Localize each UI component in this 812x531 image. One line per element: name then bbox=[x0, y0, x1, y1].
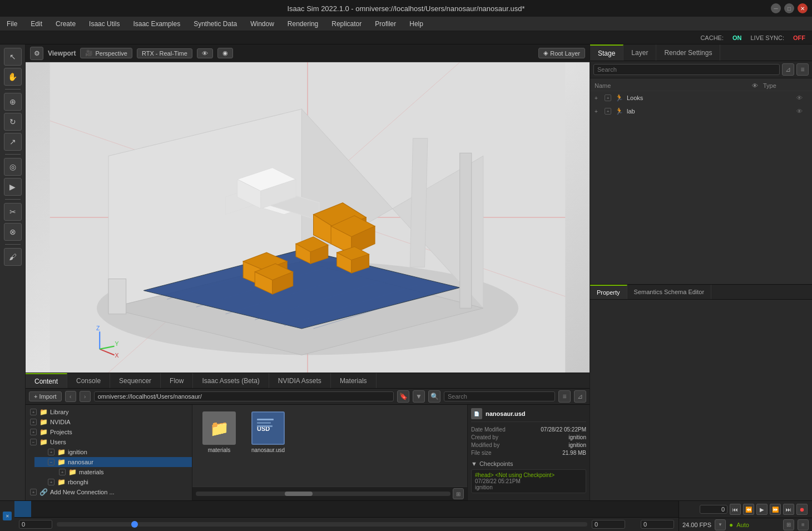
timeline-thumb[interactable] bbox=[131, 521, 138, 528]
file-item-nanosaur-usd[interactable]: USD nanosaur.usd bbox=[246, 409, 290, 455]
menu-isaac-examples[interactable]: Isaac Examples bbox=[131, 19, 182, 29]
expand-users[interactable]: − bbox=[30, 439, 37, 445]
tool-camera[interactable]: ◎ bbox=[4, 158, 22, 176]
grid-view-btn[interactable]: ⊞ bbox=[453, 488, 464, 499]
cb-looks[interactable]: + bbox=[605, 95, 611, 101]
tool-cut[interactable]: ✂ bbox=[4, 203, 22, 221]
nav-forward-btn[interactable]: › bbox=[80, 391, 91, 402]
expand-looks[interactable]: + bbox=[595, 95, 602, 101]
minimize-button[interactable]: ─ bbox=[771, 3, 781, 13]
tool-play[interactable]: ▶ bbox=[4, 178, 22, 196]
nav-back-btn[interactable]: ‹ bbox=[65, 391, 76, 402]
tool-paint[interactable]: 🖌 bbox=[4, 248, 22, 266]
import-button[interactable]: + Import bbox=[29, 391, 62, 401]
viewport-settings-gear[interactable]: ⚙ bbox=[30, 47, 43, 60]
btn-jump-end[interactable]: ⏭ bbox=[783, 504, 794, 515]
tab-layer[interactable]: Layer bbox=[623, 44, 656, 61]
expand-nanosaur[interactable]: − bbox=[48, 459, 55, 465]
tree-item-projects[interactable]: + 📁 Projects bbox=[26, 427, 192, 437]
expand-rbonghi[interactable]: + bbox=[48, 479, 55, 485]
stage-filter-icon[interactable]: ⊿ bbox=[782, 63, 794, 76]
tree-item-nanosaur[interactable]: − 📁 nanosaur bbox=[34, 457, 192, 467]
stage-menu-icon[interactable]: ≡ bbox=[796, 63, 809, 76]
menu-rendering[interactable]: Rendering bbox=[285, 19, 320, 29]
filter2-icon[interactable]: ⊿ bbox=[574, 390, 586, 403]
tool-scale[interactable]: ↗ bbox=[4, 133, 22, 151]
tab-console[interactable]: Console bbox=[67, 373, 110, 388]
tab-sequencer[interactable]: Sequencer bbox=[110, 373, 161, 388]
cb-lab[interactable]: + bbox=[605, 108, 611, 115]
tree-item-library[interactable]: + 📁 Library bbox=[26, 407, 192, 417]
timeline-close-btn[interactable]: ✕ bbox=[3, 512, 12, 520]
tree-item-add-connection[interactable]: + 🔗 Add New Connection ... bbox=[26, 487, 192, 497]
fps-dropdown-btn[interactable]: ▼ bbox=[715, 519, 726, 530]
expand-materials[interactable]: + bbox=[59, 469, 66, 475]
tool-rotate[interactable]: ↻ bbox=[4, 113, 22, 131]
close-button[interactable]: ✕ bbox=[798, 3, 808, 13]
menu-file[interactable]: File bbox=[4, 19, 19, 29]
list-view-icon[interactable]: ≡ bbox=[558, 390, 571, 403]
tree-item-users[interactable]: − 📁 Users bbox=[26, 437, 192, 447]
file-item-materials[interactable]: 📁 materials bbox=[197, 409, 241, 455]
tab-flow[interactable]: Flow bbox=[161, 373, 193, 388]
tool-select[interactable]: ↖ bbox=[4, 48, 22, 66]
search-icon-content[interactable]: 🔍 bbox=[428, 390, 440, 403]
menu-replicator[interactable]: Replicator bbox=[329, 19, 364, 29]
mid-frame-input[interactable] bbox=[592, 520, 625, 529]
start-frame-input[interactable] bbox=[19, 520, 52, 529]
menu-edit[interactable]: Edit bbox=[28, 19, 44, 29]
tab-nvidia-assets[interactable]: NVIDIA Assets bbox=[269, 373, 331, 388]
maximize-button[interactable]: □ bbox=[784, 3, 794, 13]
tool-grab[interactable]: ✋ bbox=[4, 68, 22, 86]
tab-isaac-assets[interactable]: Isaac Assets (Beta) bbox=[193, 373, 269, 388]
tab-render-settings[interactable]: Render Settings bbox=[656, 44, 720, 61]
root-layer-btn[interactable]: ◈ Root Layer bbox=[538, 48, 585, 58]
menu-create[interactable]: Create bbox=[53, 19, 78, 29]
tool-add[interactable]: ⊕ bbox=[4, 93, 22, 111]
expand-nvidia[interactable]: + bbox=[30, 419, 37, 425]
tree-item-rbonghi[interactable]: + 📁 rbonghi bbox=[34, 477, 192, 487]
menu-isaac-utils[interactable]: Isaac Utils bbox=[87, 19, 122, 29]
tab-content[interactable]: Content bbox=[26, 373, 67, 388]
stage-search-input[interactable] bbox=[593, 64, 780, 75]
expand-ignition[interactable]: + bbox=[48, 449, 55, 455]
btn-next-frame[interactable]: ⏩ bbox=[770, 504, 781, 515]
layout-btn-1[interactable]: ⊞ bbox=[783, 519, 794, 530]
tab-materials[interactable]: Materials bbox=[331, 373, 377, 388]
filter-icon[interactable]: ▼ bbox=[413, 390, 425, 403]
btn-prev-frame[interactable]: ⏪ bbox=[743, 504, 754, 515]
menu-help[interactable]: Help bbox=[407, 19, 425, 29]
expand-lab[interactable]: + bbox=[595, 108, 602, 115]
render-mode-btn[interactable]: RTX - Real-Time bbox=[137, 48, 192, 58]
bookmark-icon[interactable]: 🔖 bbox=[397, 390, 409, 403]
frame-counter-input[interactable] bbox=[700, 505, 727, 514]
tree-item-materials[interactable]: + 📁 materials bbox=[34, 467, 192, 477]
menu-profiler[interactable]: Profiler bbox=[373, 19, 398, 29]
content-search-input[interactable] bbox=[444, 391, 555, 401]
tab-semantics-editor[interactable]: Semantics Schema Editor bbox=[627, 285, 712, 299]
path-input[interactable] bbox=[94, 391, 394, 401]
end-frame-input[interactable] bbox=[641, 520, 674, 529]
expand-projects[interactable]: + bbox=[30, 429, 37, 435]
tree-item-ignition[interactable]: + 📁 ignition bbox=[34, 447, 192, 457]
stage-row-lab[interactable]: + + 🏃 lab 👁 bbox=[590, 105, 812, 118]
stage-eye-lab[interactable]: 👁 bbox=[791, 108, 808, 115]
viewport-audio-btn[interactable]: ◉ bbox=[217, 48, 233, 58]
expand-add-connection[interactable]: + bbox=[30, 489, 37, 495]
layout-btn-2[interactable]: ≡ bbox=[798, 519, 809, 530]
btn-jump-start[interactable]: ⏮ bbox=[730, 504, 741, 515]
viewport-eye-btn[interactable]: 👁 bbox=[197, 48, 213, 58]
tree-item-nvidia[interactable]: + 📁 NVIDIA bbox=[26, 417, 192, 427]
menu-synthetic-data[interactable]: Synthetic Data bbox=[191, 19, 239, 29]
btn-record[interactable]: ⏺ bbox=[796, 504, 808, 515]
stage-eye-looks[interactable]: 👁 bbox=[791, 95, 808, 101]
btn-play[interactable]: ▶ bbox=[756, 504, 768, 515]
tool-physics[interactable]: ⊗ bbox=[4, 223, 22, 241]
stage-row-looks[interactable]: + + 🏃 Looks 👁 bbox=[590, 91, 812, 105]
camera-perspective-btn[interactable]: 🎥 Perspective bbox=[80, 48, 132, 58]
expand-library[interactable]: + bbox=[30, 409, 37, 415]
menu-window[interactable]: Window bbox=[248, 19, 276, 29]
tab-stage[interactable]: Stage bbox=[590, 44, 623, 61]
info-checkpoints-header[interactable]: ▼ Checkpoints bbox=[471, 460, 586, 467]
tab-property[interactable]: Property bbox=[590, 285, 627, 299]
